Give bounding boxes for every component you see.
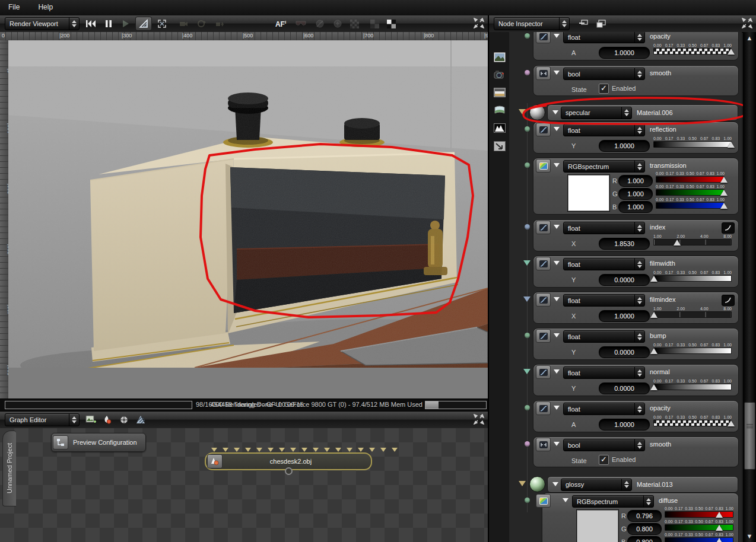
stereo-3d-icon[interactable] — [293, 17, 309, 30]
collapse-triangle[interactable] — [519, 481, 526, 486]
value-field[interactable]: 1.0000 — [599, 310, 650, 322]
scroll-up-arrow[interactable]: ▲ — [743, 33, 756, 43]
dropdown-spinner[interactable] — [634, 295, 644, 306]
dropdown-spinner[interactable] — [643, 496, 653, 507]
autofocus-button[interactable]: AFi — [273, 17, 288, 30]
slider-handle[interactable] — [728, 420, 735, 426]
node-input-pin[interactable] — [324, 448, 330, 452]
skip-to-start-icon[interactable] — [83, 17, 99, 30]
node-input-pin[interactable] — [256, 448, 262, 452]
collapse-triangle[interactable] — [523, 260, 531, 266]
slider-bar[interactable] — [656, 176, 725, 183]
slider-handle[interactable] — [650, 348, 657, 354]
collapse-arrow-icon[interactable] — [554, 71, 560, 75]
connection-dot[interactable] — [525, 33, 530, 39]
dropdown-spinner[interactable] — [559, 18, 569, 30]
node-input-pin[interactable] — [347, 448, 352, 452]
value-field[interactable]: 1.0000 — [599, 140, 650, 152]
collapse-arrow-icon[interactable] — [554, 297, 560, 301]
type-dropdown[interactable]: bool — [563, 439, 645, 451]
dropdown-spinner[interactable] — [634, 32, 644, 43]
specular-material-ball-icon[interactable] — [529, 104, 545, 120]
scroll-down-arrow[interactable]: ▼ — [743, 531, 756, 541]
type-dropdown[interactable]: RGBspectrum — [572, 495, 654, 508]
slider-handle[interactable] — [716, 512, 723, 518]
split-compare-icon[interactable] — [383, 17, 399, 30]
collapse-windows-icon[interactable] — [576, 17, 591, 30]
camera-move-icon[interactable] — [176, 17, 191, 30]
connection-dot[interactable] — [525, 126, 530, 132]
slider-handle[interactable] — [716, 538, 723, 542]
collapse-arrow-icon[interactable] — [554, 127, 560, 131]
node-input-pin[interactable] — [369, 448, 375, 452]
node-input-pin[interactable] — [392, 448, 398, 452]
collapse-arrow-icon[interactable] — [554, 442, 560, 446]
render-image-icon[interactable] — [493, 51, 506, 63]
camera-dolly-icon[interactable] — [211, 17, 227, 30]
value-field[interactable]: 1.0000 — [599, 47, 650, 59]
set-square-icon[interactable] — [136, 17, 151, 30]
slider-bar[interactable] — [656, 202, 725, 209]
type-dropdown[interactable]: float — [563, 222, 645, 234]
collapse-arrow-icon[interactable] — [554, 163, 560, 167]
color-swatch[interactable] — [567, 174, 610, 212]
type-dropdown[interactable]: RGBspectrum — [563, 160, 645, 173]
slider-bar[interactable] — [653, 141, 732, 148]
save-image-icon[interactable] — [83, 413, 99, 426]
checker-large-icon[interactable] — [367, 17, 382, 30]
dropdown-spinner[interactable] — [634, 222, 644, 234]
material-preview-icon[interactable] — [100, 413, 115, 426]
dropdown-spinner[interactable] — [634, 161, 644, 172]
slider-bar[interactable] — [653, 311, 732, 318]
value-slider[interactable]: 0.000.170.330.500.670.831.00 — [665, 519, 733, 533]
node-input-pin[interactable] — [380, 448, 386, 452]
dropdown-spinner[interactable] — [634, 125, 644, 136]
material-header[interactable]: specularMaterial.006 — [547, 104, 738, 121]
bool-chip-icon[interactable] — [536, 438, 551, 451]
enabled-checkbox[interactable]: ✓ — [599, 455, 609, 465]
value-field[interactable]: 0.0000 — [599, 346, 650, 358]
slider-bar[interactable] — [653, 275, 732, 282]
curve-chip-icon[interactable] — [536, 365, 551, 379]
value-slider[interactable]: 1.002.004.008.00 — [653, 307, 732, 320]
glossy-material-ball-icon[interactable] — [529, 476, 545, 492]
collapse-triangle[interactable] — [523, 369, 531, 374]
collapse-arrow-icon[interactable] — [554, 406, 560, 410]
value-field[interactable]: 1.000 — [618, 201, 653, 213]
material-header[interactable]: glossyMaterial.013 — [547, 476, 738, 493]
render-viewport-canvas[interactable] — [8, 40, 488, 398]
dropdown-spinner[interactable] — [621, 479, 631, 490]
layers-icon[interactable] — [493, 87, 506, 98]
slider-handle[interactable] — [728, 49, 735, 55]
environment-icon[interactable] — [493, 104, 506, 116]
connection-dot[interactable] — [525, 162, 530, 168]
collapse-arrow-icon[interactable] — [563, 498, 568, 502]
camera-icon[interactable] — [493, 69, 506, 81]
camera-rotate-icon[interactable] — [193, 17, 209, 30]
panel-selector-dropdown[interactable]: Graph Editor — [5, 413, 80, 426]
type-dropdown[interactable]: glossy — [561, 479, 632, 491]
collapse-arrow-icon[interactable] — [554, 333, 560, 337]
type-dropdown[interactable]: float — [563, 124, 645, 136]
node-input-pin[interactable] — [358, 448, 364, 452]
response-curve-badge[interactable] — [722, 295, 735, 306]
type-dropdown[interactable]: float — [563, 32, 645, 43]
slider-handle[interactable] — [728, 142, 735, 148]
type-dropdown[interactable]: float — [563, 330, 645, 343]
pause-icon[interactable] — [101, 17, 116, 30]
dropdown-spinner[interactable] — [634, 439, 644, 451]
collapse-arrow-icon[interactable] — [552, 110, 558, 114]
node-input-pin[interactable] — [268, 448, 274, 452]
collapse-arrow-icon[interactable] — [554, 34, 560, 38]
curve-chip-icon[interactable] — [536, 221, 551, 234]
slider-handle[interactable] — [650, 276, 657, 282]
value-field[interactable]: 0.796 — [627, 510, 662, 522]
response-curve-badge[interactable] — [722, 222, 735, 234]
dropdown-spinner[interactable] — [634, 68, 644, 79]
panel-selector-dropdown[interactable]: Render Viewport — [5, 17, 80, 30]
cascade-windows-icon[interactable] — [593, 17, 609, 30]
curve-chip-icon[interactable] — [536, 401, 551, 415]
fullscreen-icon[interactable] — [474, 18, 485, 30]
dropdown-spinner[interactable] — [621, 107, 631, 119]
histogram-icon[interactable] — [493, 122, 506, 134]
